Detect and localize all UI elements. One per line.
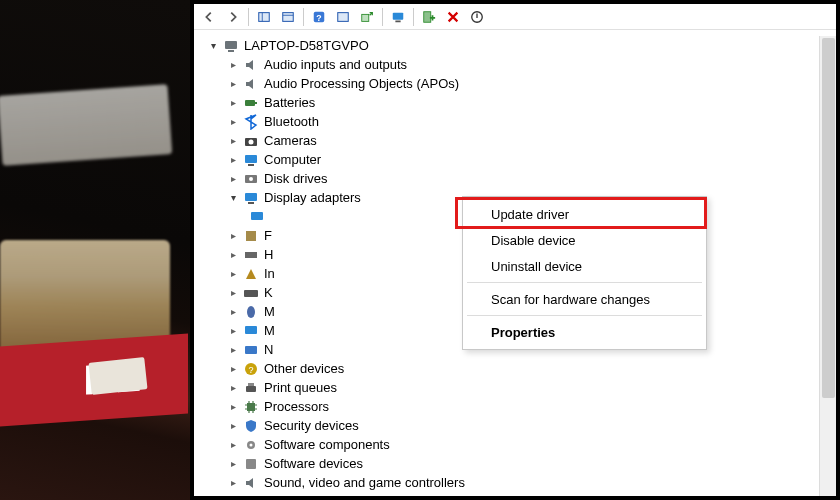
- device-manager-window: ? ▾ LAPTOP-D58TGVPO ▸ Audio inputs and o…: [190, 0, 840, 500]
- expand-icon[interactable]: ▸: [226, 438, 240, 452]
- expand-icon[interactable]: ▸: [226, 286, 240, 300]
- gear-icon: [242, 437, 260, 453]
- ctx-item-label: Uninstall device: [491, 259, 582, 274]
- expand-icon[interactable]: ▸: [226, 134, 240, 148]
- uninstall-button[interactable]: [442, 7, 464, 27]
- keyboard-icon: [242, 285, 260, 301]
- svg-rect-34: [248, 383, 254, 386]
- disable-device-button[interactable]: [466, 7, 488, 27]
- expand-icon[interactable]: ▸: [226, 343, 240, 357]
- item-label: Bluetooth: [264, 112, 319, 131]
- add-legacy-button[interactable]: [418, 7, 440, 27]
- item-label: Audio Processing Objects (APOs): [264, 74, 459, 93]
- action-pane-button[interactable]: [253, 7, 275, 27]
- gear-icon: [242, 456, 260, 472]
- svg-rect-27: [244, 290, 258, 297]
- expand-icon[interactable]: ▾: [226, 191, 240, 205]
- ctx-disable-device[interactable]: Disable device: [465, 227, 704, 253]
- display-adapter-icon: [242, 190, 260, 206]
- ctx-scan-hardware[interactable]: Scan for hardware changes: [465, 286, 704, 312]
- item-label: Other devices: [264, 359, 344, 378]
- expand-icon[interactable]: ▸: [226, 77, 240, 91]
- tree-root[interactable]: ▾ LAPTOP-D58TGVPO: [206, 36, 819, 55]
- nav-back-button[interactable]: [198, 7, 220, 27]
- expand-icon[interactable]: ▸: [226, 362, 240, 376]
- expand-icon[interactable]: ▸: [226, 115, 240, 129]
- expand-icon[interactable]: ▸: [226, 324, 240, 338]
- tree-item-sound-video-game[interactable]: ▸ Sound, video and game controllers: [206, 473, 819, 492]
- tree-item-diskdrives[interactable]: ▸ Disk drives: [206, 169, 819, 188]
- tree-item-processors[interactable]: ▸ Processors: [206, 397, 819, 416]
- expand-icon[interactable]: ▸: [226, 267, 240, 281]
- expand-icon[interactable]: ▸: [226, 400, 240, 414]
- tree-item-apos[interactable]: ▸ Audio Processing Objects (APOs): [206, 74, 819, 93]
- tree-item-software-devices[interactable]: ▸ Software devices: [206, 454, 819, 473]
- item-label: M: [264, 302, 275, 321]
- svg-point-17: [249, 139, 254, 144]
- expand-icon[interactable]: ▸: [226, 248, 240, 262]
- bg-tag: [88, 357, 147, 395]
- svg-rect-14: [245, 100, 255, 106]
- ctx-properties[interactable]: Properties: [465, 319, 704, 345]
- update-driver-button[interactable]: [356, 7, 378, 27]
- generic-icon: [242, 228, 260, 244]
- toolbar: ?: [194, 4, 836, 30]
- expand-icon[interactable]: ▸: [226, 495, 240, 497]
- item-label: H: [264, 245, 273, 264]
- ctx-uninstall-device[interactable]: Uninstall device: [465, 253, 704, 279]
- tree-item-computer[interactable]: ▸ Computer: [206, 150, 819, 169]
- expand-icon[interactable]: ▸: [226, 96, 240, 110]
- expand-icon[interactable]: ▸: [226, 229, 240, 243]
- ctx-update-driver[interactable]: Update driver: [465, 201, 704, 227]
- svg-rect-35: [247, 403, 255, 411]
- tree-item-audio-io[interactable]: ▸ Audio inputs and outputs: [206, 55, 819, 74]
- svg-rect-18: [245, 155, 257, 163]
- monitor-icon: [242, 152, 260, 168]
- svg-rect-26: [245, 252, 257, 258]
- svg-text:?: ?: [316, 12, 321, 22]
- properties-button[interactable]: [332, 7, 354, 27]
- svg-point-28: [247, 306, 255, 318]
- expand-icon[interactable]: ▸: [226, 58, 240, 72]
- tree-item-cameras[interactable]: ▸ Cameras: [206, 131, 819, 150]
- svg-rect-9: [395, 20, 400, 22]
- chip-icon: [242, 399, 260, 415]
- tree-item-print-queues[interactable]: ▸ Print queues: [206, 378, 819, 397]
- expand-icon[interactable]: ▸: [226, 476, 240, 490]
- scan-computer-button[interactable]: [387, 7, 409, 27]
- speaker-icon: [242, 57, 260, 73]
- expand-icon[interactable]: ▸: [226, 419, 240, 433]
- expand-icon[interactable]: ▸: [226, 153, 240, 167]
- ctx-item-label: Disable device: [491, 233, 576, 248]
- svg-rect-25: [246, 231, 256, 241]
- item-label: N: [264, 340, 273, 359]
- tree-item-batteries[interactable]: ▸ Batteries: [206, 93, 819, 112]
- expand-icon[interactable]: ▸: [226, 305, 240, 319]
- svg-rect-13: [228, 50, 234, 52]
- svg-rect-7: [362, 14, 369, 21]
- item-label: Processors: [264, 397, 329, 416]
- console-tree-button[interactable]: [277, 7, 299, 27]
- svg-rect-24: [251, 212, 263, 220]
- svg-rect-23: [248, 202, 254, 204]
- vertical-scrollbar[interactable]: [819, 36, 836, 496]
- tree-item-other-devices[interactable]: ▸ ? Other devices: [206, 359, 819, 378]
- computer-icon: [222, 38, 240, 54]
- tree-item-storage-controllers[interactable]: ▸ Storage controllers: [206, 492, 819, 496]
- svg-rect-33: [246, 386, 256, 392]
- expand-icon[interactable]: ▸: [226, 457, 240, 471]
- expand-icon[interactable]: ▸: [226, 172, 240, 186]
- tree-item-bluetooth[interactable]: ▸ Bluetooth: [206, 112, 819, 131]
- tree-item-security-devices[interactable]: ▸ Security devices: [206, 416, 819, 435]
- scrollbar-thumb[interactable]: [822, 38, 835, 398]
- ctx-separator: [467, 282, 702, 283]
- camera-icon: [242, 133, 260, 149]
- generic-icon: [242, 247, 260, 263]
- expand-icon[interactable]: ▸: [226, 381, 240, 395]
- tree-item-software-components[interactable]: ▸ Software components: [206, 435, 819, 454]
- nav-forward-button[interactable]: [222, 7, 244, 27]
- battery-icon: [242, 95, 260, 111]
- ctx-item-label: Properties: [491, 325, 555, 340]
- expand-icon[interactable]: ▾: [206, 39, 220, 53]
- help-button[interactable]: ?: [308, 7, 330, 27]
